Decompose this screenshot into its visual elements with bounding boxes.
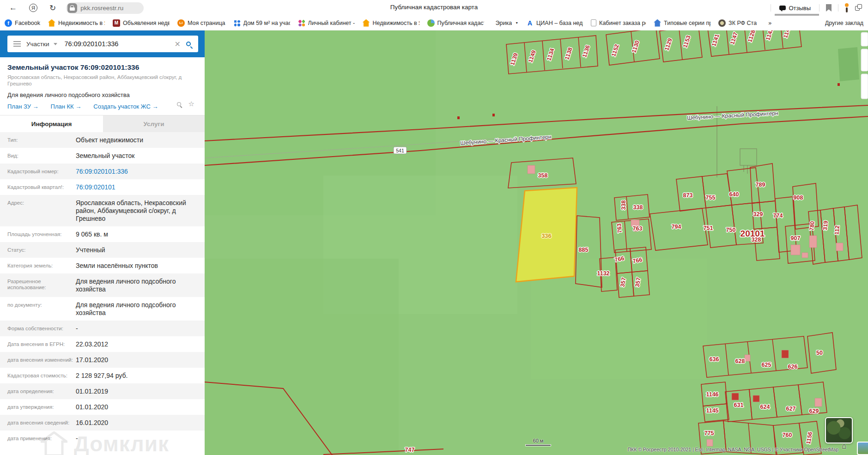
yandex-browser-icon[interactable]: Я [29, 4, 37, 12]
info-row: Кадастровый номер:76:09:020101:336 [0, 164, 205, 179]
bookmark-flag-icon[interactable] [826, 4, 832, 12]
info-value: 17.01.2020 [73, 356, 197, 364]
parcel-label: 358 [538, 172, 548, 179]
cadastral-link[interactable]: 76:09:020101:336 [76, 168, 128, 175]
edge-parcel [861, 49, 868, 71]
other-bookmarks-button[interactable]: Другие заклад [825, 20, 863, 26]
bookmark-item[interactable]: » [765, 19, 771, 27]
map-attribution: ПКК © Росреестр 2010-2021 | Esri, Interm… [628, 447, 838, 452]
bookmark-item[interactable]: Типовые серии пр [654, 19, 710, 27]
building [782, 350, 789, 358]
dots-blue-icon [233, 19, 241, 27]
parcel-label: 624 [760, 404, 770, 410]
info-value: Объект недвижимости [73, 136, 197, 144]
search-icon[interactable] [186, 42, 191, 46]
bookmark-item[interactable]: fFacebook [5, 19, 40, 27]
map-canvas[interactable]: 5411139114911341138113611521130112911531… [205, 30, 868, 455]
corner-widget[interactable] [857, 442, 868, 455]
cadastral-link[interactable]: 76:09:020101 [76, 183, 115, 191]
info-row: дата утверждения:01.01.2020 [0, 399, 205, 415]
info-row: Вид:Земельный участок [0, 148, 205, 164]
page-title: Публичная кадастровая карта [390, 4, 478, 11]
building [836, 243, 843, 251]
bookmark-label: Недвижимость в Я [58, 20, 105, 26]
star-icon[interactable]: ☆ [188, 102, 194, 106]
emblem-icon [718, 19, 726, 27]
parcel-label: 640 [729, 191, 739, 198]
info-row: дата внесения изменений:17.01.2020 [0, 352, 205, 368]
parcel-label: 751 [704, 225, 713, 231]
parcel-label: 1145 [706, 407, 718, 414]
bookmark-item[interactable]: Эрика▼ [492, 19, 519, 27]
bookmark-label: Facebook [15, 20, 40, 26]
info-row: Кадастровая стоимость:2 128 927,94 руб. [0, 368, 205, 383]
parcel-label: 319 [822, 220, 829, 231]
menu-icon[interactable] [13, 41, 21, 47]
parcel-title: Земельный участок 76:09:020101:336 [7, 63, 197, 72]
house-blue-icon [654, 19, 661, 27]
building [753, 395, 759, 402]
info-label: Тип: [7, 136, 73, 144]
search-box[interactable]: Участки ✕ [7, 36, 198, 52]
bookmark-label: Дом 59 м² на учас [243, 20, 290, 26]
tab-information[interactable]: Информация [0, 115, 103, 132]
parcel-label: 908 [794, 194, 803, 201]
edge-parcel [861, 74, 868, 99]
reload-button[interactable]: ↻ [49, 3, 56, 13]
info-label: дата применения: [7, 435, 73, 443]
info-value: Для ведения личного подсобного хозяйства [73, 278, 197, 293]
bookmark-item[interactable]: Недвижимость в Я [48, 19, 105, 27]
browser-toolbar: ← Я ↻ pkk.rosreestr.ru Публичная кадастр… [0, 0, 868, 16]
basemap-thumbnail[interactable] [825, 417, 853, 443]
bookmark-item[interactable]: Кабинет заказа ре [591, 19, 646, 26]
bookmark-item[interactable]: АЦИАН – база недв [526, 19, 583, 27]
map[interactable]: 5411139114911341138113611521130112911531… [205, 30, 868, 455]
info-value: 76:09:020101 [73, 183, 197, 191]
plan-search-icon[interactable] [177, 102, 181, 106]
bookmark-item[interactable]: ЗК РФ Ста [718, 19, 757, 27]
info-row: Тип:Объект недвижимости [0, 132, 205, 148]
search-category[interactable]: Участки [26, 41, 49, 48]
info-label: Кадастровый номер: [7, 168, 73, 176]
building [707, 439, 713, 446]
parcel-label: 1132 [597, 270, 609, 277]
protect-icon[interactable] [845, 3, 849, 12]
collections-icon[interactable] [855, 4, 862, 12]
search-input[interactable] [65, 40, 175, 48]
bookmark-item[interactable]: МОбъявления недв [113, 19, 170, 27]
bookmark-item[interactable]: LiМоя страница [177, 19, 225, 27]
plan-link[interactable]: Создать участок ЖС → [93, 103, 158, 110]
lock-icon[interactable] [67, 3, 77, 13]
info-value: - [73, 435, 197, 443]
bookmark-label: Объявления недв [123, 20, 170, 26]
info-value: Земли населённых пунктов [73, 262, 197, 270]
scale-label: 60 м [520, 438, 557, 443]
chevron-down-icon[interactable] [54, 43, 57, 45]
bookmark-item[interactable]: Недвижимость в Я [363, 19, 419, 27]
tab-services[interactable]: Услуги [103, 115, 205, 132]
house-orange-icon [48, 19, 55, 27]
plan-link[interactable]: План ЗУ → [7, 103, 39, 110]
divider [819, 4, 819, 12]
building [802, 253, 808, 258]
pin-green-icon [427, 19, 435, 27]
info-value: Учтенный [73, 246, 197, 254]
info-value: 22.03.2012 [73, 340, 197, 348]
bookmark-item[interactable]: Личный кабинет - [298, 19, 355, 27]
back-button[interactable]: ← [9, 3, 17, 12]
info-value: 2 128 927,94 руб. [73, 372, 197, 380]
info-value: 01.01.2020 [73, 403, 197, 411]
m-red-icon: М [113, 19, 120, 27]
clear-icon[interactable]: ✕ [175, 40, 181, 49]
reviews-button[interactable]: Отзывы [777, 0, 813, 16]
forest-area [838, 47, 859, 81]
plan-link[interactable]: План КК → [51, 103, 82, 110]
bookmark-item[interactable]: Публичная кадаст [427, 19, 484, 27]
info-row: дата определения:01.01.2019 [0, 383, 205, 399]
url-bar[interactable]: pkk.rosreestr.ru [66, 2, 144, 14]
parcel-label: 755 [706, 194, 716, 201]
bookmark-item[interactable]: Дом 59 м² на учас [233, 19, 290, 27]
bookmark-label: Моя страница [188, 20, 225, 26]
parcel-label: 750 [726, 227, 736, 233]
house-orange-icon [363, 19, 370, 27]
